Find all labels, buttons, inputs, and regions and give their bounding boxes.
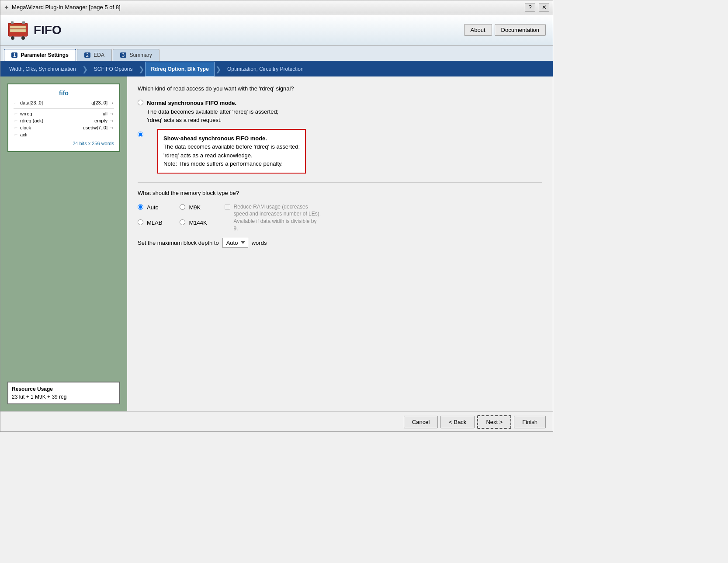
tab-eda[interactable]: 2 EDA xyxy=(77,49,112,61)
arrow-rdreq-in: ← xyxy=(14,118,18,123)
memory-m144k-row: M144K xyxy=(180,219,207,227)
arrow-empty-out: → xyxy=(109,118,114,123)
arrow-clock-in: ← xyxy=(14,125,18,130)
option-normal-label: Normal synchronous FIFO mode. The data b… xyxy=(147,99,278,125)
section-divider-1 xyxy=(138,182,542,183)
radio-auto[interactable] xyxy=(138,204,143,210)
port-rdreq-in: ← rdreq (ack) xyxy=(14,118,43,123)
step-width-clks[interactable]: Width, Clks, Synchronization xyxy=(4,62,81,76)
steps-bar: Width, Clks, Synchronization ❯ SCFIFO Op… xyxy=(0,62,553,76)
help-button[interactable]: ? xyxy=(525,3,535,12)
memory-note: Reduce RAM usage (decreases speed and in… xyxy=(234,203,321,233)
cancel-button[interactable]: Cancel xyxy=(404,416,438,428)
port-divider-1 xyxy=(14,108,114,108)
step-3-label: Rdreq Option, Blk Type xyxy=(151,66,208,72)
memory-m9k-label: M9K xyxy=(189,203,201,212)
main-content: fifo ← data[23..0] q[23..0] → ← xyxy=(0,76,553,411)
memory-auto-label: Auto xyxy=(147,203,159,212)
finish-button[interactable]: Finish xyxy=(514,416,546,428)
fifo-diagram: fifo ← data[23..0] q[23..0] → ← xyxy=(7,83,120,152)
port-row-wrreq: ← wrreq full → xyxy=(14,111,114,116)
tab-3-number: 3 xyxy=(120,52,126,58)
svg-point-5 xyxy=(11,36,14,40)
port-row-data: ← data[23..0] q[23..0] → xyxy=(14,100,114,105)
reduce-ram-option: Reduce RAM usage (decreases speed and in… xyxy=(225,203,321,233)
tab-1-label: Parameter Settings xyxy=(21,52,68,58)
logo-area: FIFO xyxy=(7,20,62,41)
tab-3-label: Summary xyxy=(129,52,152,58)
radio-mlab[interactable] xyxy=(138,219,143,225)
bottom-bar: Cancel < Back Next > Finish xyxy=(0,411,553,432)
title-bar-controls: ? ✕ xyxy=(525,3,549,12)
step-2-label: SCFIFO Options xyxy=(94,66,133,72)
documentation-button[interactable]: Documentation xyxy=(495,24,546,36)
depth-unit: words xyxy=(252,240,267,246)
radio-m144k[interactable] xyxy=(180,219,185,225)
port-clock-in: ← clock xyxy=(14,125,31,130)
arrow-q-out: → xyxy=(109,100,114,105)
radio-showahead[interactable] xyxy=(138,132,143,137)
radio-normal[interactable] xyxy=(138,100,143,105)
port-q-label: q[23..0] xyxy=(91,100,107,105)
arrow-usedw-out: → xyxy=(109,125,114,130)
arrow-aclr-in: ← xyxy=(14,132,18,137)
port-data-in: ← data[23..0] xyxy=(14,100,43,105)
step-4-label: Optimization, Circuitry Protection xyxy=(227,66,304,72)
resource-value: 23 lut + 1 M9K + 39 reg xyxy=(12,394,116,400)
showahead-line4: Note: This mode suffers a performance pe… xyxy=(163,160,283,167)
memory-auto-row: Auto xyxy=(138,203,162,212)
port-empty-out: empty → xyxy=(94,118,114,123)
tab-1-number: 1 xyxy=(11,52,17,58)
radio-m9k[interactable] xyxy=(180,204,185,210)
port-row-clock: ← clock usedw[7..0] → xyxy=(14,125,114,130)
port-aclr-in: ← aclr xyxy=(14,132,28,137)
port-wrreq-label: wrreq xyxy=(20,111,32,116)
tab-2-label: EDA xyxy=(94,52,104,58)
port-wrreq-in: ← wrreq xyxy=(14,111,32,116)
option-normal-row: Normal synchronous FIFO mode. The data b… xyxy=(138,99,542,125)
port-row-rdreq: ← rdreq (ack) empty → xyxy=(14,118,114,123)
option-showahead-box: Show-ahead synchronous FIFO mode. The da… xyxy=(157,129,306,174)
option-showahead-label: Show-ahead synchronous FIFO mode. The da… xyxy=(163,134,300,168)
port-rdreq-label: rdreq (ack) xyxy=(20,118,43,123)
step-rdreq-option[interactable]: Rdreq Option, Blk Type xyxy=(145,62,214,76)
svg-rect-1 xyxy=(10,26,26,28)
port-full-label: full xyxy=(101,111,107,116)
step-scfifo-options[interactable]: SCFIFO Options xyxy=(89,62,138,76)
title-bar: ✦ MegaWizard Plug-In Manager [page 5 of … xyxy=(0,0,553,14)
fifo-logo-icon xyxy=(7,20,28,41)
depth-label: Set the maximum block depth to xyxy=(138,240,219,246)
reduce-ram-checkbox[interactable] xyxy=(225,204,230,210)
memory-options-row: Auto MLAB M9K M144K Reduce RA xyxy=(138,203,542,233)
svg-point-6 xyxy=(21,36,25,40)
tab-parameter-settings[interactable]: 1 Parameter Settings xyxy=(4,49,76,61)
port-q-out: q[23..0] → xyxy=(91,100,114,105)
fifo-diagram-title: fifo xyxy=(14,90,114,97)
port-usedw-label: usedw[7..0] xyxy=(83,125,107,130)
step-optimization[interactable]: Optimization, Circuitry Protection xyxy=(222,62,309,76)
tabs-bar: 1 Parameter Settings 2 EDA 3 Summary xyxy=(0,46,553,62)
right-panel: Which kind of read access do you want wi… xyxy=(127,76,553,411)
back-button[interactable]: < Back xyxy=(440,416,475,428)
memory-col-right: M9K M144K xyxy=(180,203,207,230)
header-buttons: About Documentation xyxy=(464,24,546,36)
tab-summary[interactable]: 3 Summary xyxy=(113,49,159,61)
port-full-out: full → xyxy=(101,111,114,116)
depth-select[interactable]: Auto 32 64 128 256 512 1024 2048 4096 xyxy=(222,238,248,248)
question-1: Which kind of read access do you want wi… xyxy=(138,85,542,92)
resource-box: Resource Usage 23 lut + 1 M9K + 39 reg xyxy=(7,382,120,404)
close-button[interactable]: ✕ xyxy=(539,3,549,12)
memory-m9k-row: M9K xyxy=(180,203,207,212)
next-button[interactable]: Next > xyxy=(477,415,511,429)
showahead-line1: Show-ahead synchronous FIFO mode. xyxy=(163,135,267,142)
step-arrow-2: ❯ xyxy=(139,65,144,73)
question-2: What should the memory block type be? xyxy=(138,190,542,196)
title-bar-left: ✦ MegaWizard Plug-In Manager [page 5 of … xyxy=(4,4,121,11)
resource-title: Resource Usage xyxy=(12,386,116,392)
memory-m144k-label: M144K xyxy=(189,219,207,227)
option-showahead-row: Show-ahead synchronous FIFO mode. The da… xyxy=(138,127,542,175)
arrow-data-in: ← xyxy=(14,100,18,105)
step-arrow-1: ❯ xyxy=(82,65,88,73)
memory-mlab-label: MLAB xyxy=(147,219,162,227)
about-button[interactable]: About xyxy=(464,24,492,36)
